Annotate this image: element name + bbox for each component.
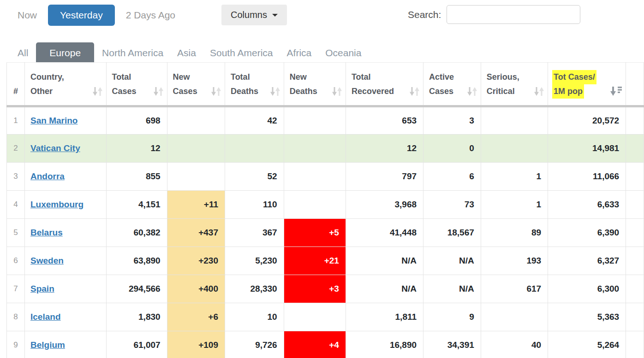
region-tab-north-america[interactable]: North America <box>96 42 169 63</box>
region-tab-all[interactable]: All <box>18 42 34 63</box>
cell-country: Andorra <box>25 163 107 191</box>
region-tab-oceania[interactable]: Oceania <box>319 42 367 63</box>
cell-new_cases: +11 <box>167 191 225 219</box>
cell-total_deaths: 110 <box>225 191 284 219</box>
cell-rank: 9 <box>7 331 25 358</box>
cell-new_cases: +109 <box>167 331 225 358</box>
cell-new_deaths <box>284 191 346 219</box>
table-row: 2Vatican City1212014,981 <box>7 135 644 163</box>
col-header-new_deaths[interactable]: NewDeaths <box>284 63 346 106</box>
country-link[interactable]: Vatican City <box>30 143 80 153</box>
cell-total_recovered: 797 <box>346 163 423 191</box>
cell-active_cases: 3 <box>423 106 481 135</box>
time-tab-now[interactable]: Now <box>18 5 48 26</box>
cell-country: San Marino <box>25 106 107 135</box>
col-header-label: Tot Cases/ <box>552 70 596 84</box>
country-link[interactable]: Spain <box>30 284 54 293</box>
cell-active_cases: N/A <box>423 247 481 275</box>
columns-dropdown-button[interactable]: Columns <box>221 5 287 25</box>
caret-down-icon <box>272 14 278 17</box>
cell-clipped <box>626 275 644 303</box>
cell-active_cases: 6 <box>423 163 481 191</box>
sort-desc-icon <box>610 86 622 96</box>
col-header-label: New <box>290 70 342 84</box>
cell-total_recovered: 3,968 <box>346 191 423 219</box>
cell-clipped <box>626 191 644 219</box>
cell-active_cases: N/A <box>423 275 481 303</box>
col-header-label: 1M pop <box>552 84 584 99</box>
covid-table: #Country,OtherTotalCasesNewCasesTotalDea… <box>6 62 644 358</box>
cell-country: Luxembourg <box>25 191 107 219</box>
col-header-total_cases[interactable]: TotalCases <box>106 63 167 106</box>
table-row: 4Luxembourg4,151+111103,9687316,633 <box>7 191 644 219</box>
cell-serious_critical: 89 <box>481 219 548 247</box>
cell-rank: 3 <box>7 163 25 191</box>
cell-country: Iceland <box>25 303 107 331</box>
cell-serious_critical: 1 <box>481 191 548 219</box>
country-link[interactable]: Luxembourg <box>30 200 83 209</box>
col-header-label: Total <box>231 70 280 84</box>
table-row: 8Iceland1,830+6101,81195,363 <box>7 303 644 331</box>
cell-new_cases <box>167 106 225 135</box>
cell-rank: 2 <box>7 135 25 163</box>
cell-total_cases: 60,382 <box>106 219 167 247</box>
country-link[interactable]: San Marino <box>30 116 78 125</box>
country-link[interactable]: Sweden <box>30 256 64 265</box>
cell-cases_per_1m: 6,390 <box>548 219 626 247</box>
cell-total_cases: 12 <box>106 135 167 163</box>
cell-active_cases: 34,391 <box>423 331 481 358</box>
col-header-total_recovered[interactable]: TotalRecovered <box>346 63 423 106</box>
cell-total_cases: 698 <box>106 106 167 135</box>
col-header-label: New <box>173 70 221 84</box>
cell-cases_per_1m: 5,264 <box>548 331 626 358</box>
columns-button-label: Columns <box>231 10 267 20</box>
sort-both-icon <box>534 87 544 96</box>
cell-cases_per_1m: 6,327 <box>548 247 626 275</box>
cell-total_cases: 61,007 <box>106 331 167 358</box>
cell-active_cases: 0 <box>423 135 481 163</box>
region-tab-south-america[interactable]: South America <box>204 42 279 63</box>
table-row: 9Belgium61,007+1099,726+416,89034,391405… <box>7 331 644 358</box>
cell-new_cases: +6 <box>167 303 225 331</box>
cell-active_cases: 9 <box>423 303 481 331</box>
cell-country: Vatican City <box>25 135 107 163</box>
col-header-country[interactable]: Country,Other <box>25 63 107 106</box>
search-input[interactable] <box>447 5 580 24</box>
region-tab-europe[interactable]: Europe <box>36 42 94 63</box>
col-header-total_deaths[interactable]: TotalDeaths <box>225 63 284 106</box>
cell-clipped <box>626 303 644 331</box>
col-header-label: Tot Cases/ <box>554 70 622 84</box>
cell-new_deaths <box>284 163 346 191</box>
cell-total_cases: 855 <box>106 163 167 191</box>
cell-total_recovered: N/A <box>346 275 423 303</box>
time-range-tabs: Now Yesterday 2 Days Ago <box>18 5 186 26</box>
region-tab-africa[interactable]: Africa <box>281 42 318 63</box>
country-link[interactable]: Belgium <box>30 340 65 350</box>
country-link[interactable]: Belarus <box>30 228 63 237</box>
country-link[interactable]: Iceland <box>30 312 60 322</box>
cell-country: Sweden <box>25 247 107 275</box>
col-header-cases_per_1m[interactable]: Tot Cases/1M pop <box>548 63 626 106</box>
col-header-label: Active <box>429 70 477 84</box>
col-header-serious_critical[interactable]: Serious,Critical <box>481 63 548 106</box>
cell-serious_critical: 617 <box>481 275 548 303</box>
cell-serious_critical <box>481 303 548 331</box>
cell-total_recovered: N/A <box>346 247 423 275</box>
col-header-new_cases[interactable]: NewCases <box>167 63 225 106</box>
cell-serious_critical: 40 <box>481 331 548 358</box>
table-row: 1San Marino69842653320,572 <box>7 106 644 135</box>
time-tab-yesterday[interactable]: Yesterday <box>48 5 115 26</box>
sort-both-icon <box>270 87 280 96</box>
region-tab-asia[interactable]: Asia <box>171 42 202 63</box>
region-tabs: AllEuropeNorth AmericaAsiaSouth AmericaA… <box>18 42 367 63</box>
time-tab-2-days-ago[interactable]: 2 Days Ago <box>115 5 186 26</box>
cell-cases_per_1m: 6,633 <box>548 191 626 219</box>
cell-cases_per_1m: 14,981 <box>548 135 626 163</box>
cell-total_deaths: 5,230 <box>225 247 284 275</box>
table-row: 5Belarus60,382+437367+541,44818,567896,3… <box>7 219 644 247</box>
cell-new_deaths <box>284 135 346 163</box>
cell-country: Spain <box>25 275 107 303</box>
table-row: 3Andorra855527976111,066 <box>7 163 644 191</box>
col-header-active_cases[interactable]: ActiveCases <box>423 63 481 106</box>
country-link[interactable]: Andorra <box>30 171 65 181</box>
